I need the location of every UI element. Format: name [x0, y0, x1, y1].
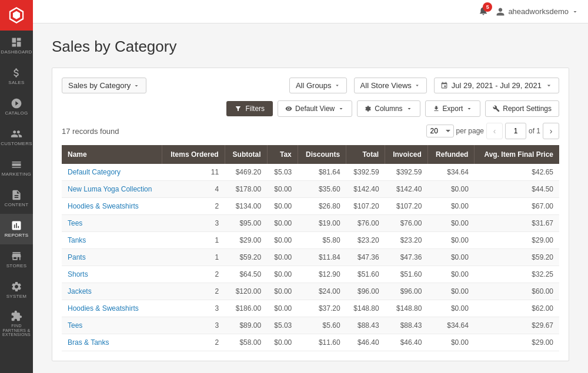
table-row: Bras & Tanks 2 $58.00 $0.00 $11.60 $46.4…: [62, 334, 559, 351]
user-menu[interactable]: aheadworksdemo: [496, 7, 579, 16]
row-total: $46.40: [346, 334, 385, 351]
row-refunded: $0.00: [427, 215, 475, 232]
row-items: 11: [162, 164, 225, 181]
page-of-label: of 1: [529, 127, 540, 135]
next-page-button[interactable]: ›: [543, 123, 559, 139]
row-name[interactable]: Shorts: [62, 266, 162, 283]
col-invoiced: Invoiced: [385, 145, 428, 164]
row-subtotal: $469.20: [225, 164, 267, 181]
table-row: New Luma Yoga Collection 4 $178.00 $0.00…: [62, 181, 559, 198]
default-view-button[interactable]: Default View: [278, 100, 352, 117]
export-button[interactable]: Export: [425, 100, 481, 117]
row-name[interactable]: Tees: [62, 215, 162, 232]
col-subtotal: Subtotal: [225, 145, 267, 164]
sidebar-item-sales[interactable]: Sales: [0, 61, 33, 92]
row-refunded: $0.00: [427, 249, 475, 266]
row-name[interactable]: New Luma Yoga Collection: [62, 181, 162, 198]
per-page-label: per page: [456, 127, 484, 135]
sidebar-item-reports[interactable]: Reports: [0, 214, 33, 244]
row-subtotal: $178.00: [225, 181, 267, 198]
records-count: 17 records found: [62, 127, 119, 136]
filters-button[interactable]: Filters: [226, 101, 273, 116]
notifications-count: 5: [483, 2, 492, 12]
row-tax: $0.00: [267, 334, 298, 351]
page-number-input[interactable]: [505, 123, 526, 139]
table-row: Tanks 1 $29.00 $0.00 $5.80 $23.20 $23.20…: [62, 232, 559, 249]
store-views-dropdown[interactable]: All Store Views: [354, 78, 427, 93]
row-name[interactable]: Bras & Tanks: [62, 334, 162, 351]
col-refunded: Refunded: [427, 145, 475, 164]
row-name[interactable]: Default Category: [62, 164, 162, 181]
sidebar-item-content[interactable]: Content: [0, 183, 33, 214]
table-row: Hoodies & Sweatshirts 3 $186.00 $0.00 $3…: [62, 300, 559, 317]
table-row: Shorts 2 $64.50 $0.00 $12.90 $51.60 $51.…: [62, 266, 559, 283]
col-tax: Tax: [267, 145, 298, 164]
topbar: 5 aheadworksdemo: [33, 0, 588, 23]
row-total: $148.80: [346, 300, 385, 317]
columns-button[interactable]: Columns: [357, 100, 420, 117]
row-subtotal: $64.50: [225, 266, 267, 283]
report-settings-button[interactable]: Report Settings: [485, 100, 559, 117]
row-tax: $0.00: [267, 215, 298, 232]
per-page-select[interactable]: 20 50 100: [426, 125, 454, 137]
col-name: Name: [62, 145, 162, 164]
toolbar-row1: Sales by Category All Groups All Store V…: [62, 78, 559, 93]
prev-page-button[interactable]: ‹: [486, 123, 503, 139]
sidebar-item-dashboard[interactable]: Dashboard: [0, 31, 33, 61]
sidebar-item-marketing[interactable]: Marketing: [0, 153, 33, 183]
notifications-bell[interactable]: 5: [478, 5, 489, 18]
row-total: $23.20: [346, 232, 385, 249]
row-discounts: $19.00: [298, 215, 346, 232]
row-invoiced: $47.36: [385, 249, 428, 266]
sidebar-item-system[interactable]: System: [0, 275, 33, 305]
row-avg: $29.67: [475, 317, 559, 334]
sidebar-logo[interactable]: [0, 0, 33, 31]
sidebar-item-customers[interactable]: Customers: [0, 122, 33, 153]
row-total: $392.59: [346, 164, 385, 181]
row-name[interactable]: Tees: [62, 317, 162, 334]
row-discounts: $35.60: [298, 181, 346, 198]
table-row: Jackets 2 $120.00 $0.00 $24.00 $96.00 $9…: [62, 283, 559, 300]
row-avg: $60.00: [475, 283, 559, 300]
row-items: 3: [162, 317, 225, 334]
col-total: Total: [346, 145, 385, 164]
sidebar-item-catalog[interactable]: Catalog: [0, 92, 33, 122]
row-name[interactable]: Hoodies & Sweatshirts: [62, 300, 162, 317]
row-name[interactable]: Hoodies & Sweatshirts: [62, 198, 162, 215]
sidebar-item-extensions[interactable]: Find Partners & Extensions: [0, 305, 33, 342]
report-type-select[interactable]: Sales by Category: [62, 78, 146, 93]
row-name[interactable]: Jackets: [62, 283, 162, 300]
row-items: 1: [162, 249, 225, 266]
records-row: 17 records found 20 50 100 per page ‹ of…: [62, 123, 559, 139]
row-subtotal: $59.20: [225, 249, 267, 266]
row-tax: $0.00: [267, 181, 298, 198]
row-tax: $5.03: [267, 164, 298, 181]
row-discounts: $81.64: [298, 164, 346, 181]
row-tax: $0.00: [267, 283, 298, 300]
row-discounts: $12.90: [298, 266, 346, 283]
sidebar-item-stores[interactable]: Stores: [0, 244, 33, 275]
row-items: 2: [162, 266, 225, 283]
table-row: Default Category 11 $469.20 $5.03 $81.64…: [62, 164, 559, 181]
row-discounts: $26.80: [298, 198, 346, 215]
table-row: Tees 3 $89.00 $5.03 $5.60 $88.43 $88.43 …: [62, 317, 559, 334]
row-refunded: $0.00: [427, 198, 475, 215]
row-tax: $0.00: [267, 249, 298, 266]
row-name[interactable]: Tanks: [62, 232, 162, 249]
date-range-picker[interactable]: Jul 29, 2021 - Jul 29, 2021: [434, 78, 559, 93]
row-tax: $0.00: [267, 300, 298, 317]
row-tax: $0.00: [267, 232, 298, 249]
row-avg: $29.00: [475, 334, 559, 351]
row-avg: $44.50: [475, 181, 559, 198]
row-invoiced: $142.40: [385, 181, 428, 198]
row-refunded: $0.00: [427, 334, 475, 351]
row-items: 3: [162, 215, 225, 232]
groups-dropdown[interactable]: All Groups: [289, 78, 347, 93]
row-invoiced: $107.20: [385, 198, 428, 215]
row-invoiced: $148.80: [385, 300, 428, 317]
row-items: 2: [162, 334, 225, 351]
row-discounts: $24.00: [298, 283, 346, 300]
row-items: 1: [162, 232, 225, 249]
row-tax: $0.00: [267, 266, 298, 283]
row-name[interactable]: Pants: [62, 249, 162, 266]
